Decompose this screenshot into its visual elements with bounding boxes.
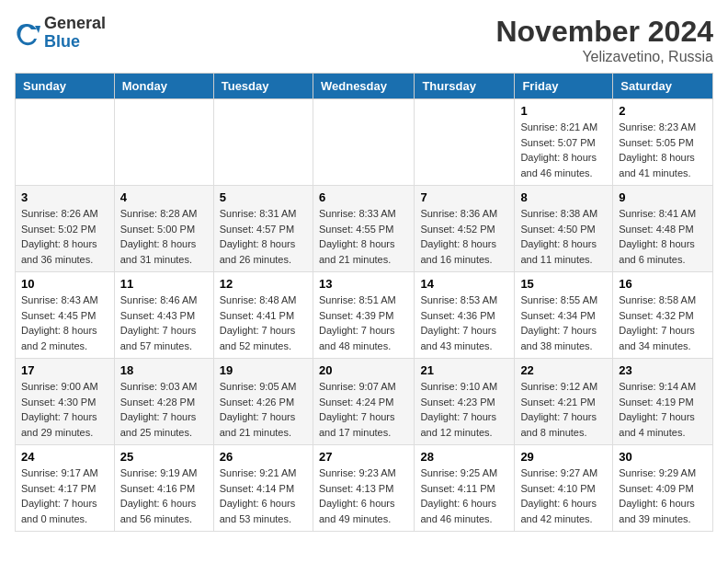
day-number: 9 [619, 190, 707, 204]
day-number: 17 [21, 363, 108, 377]
day-number: 18 [120, 363, 208, 377]
day-info: Sunrise: 8:21 AMSunset: 5:07 PMDaylight:… [520, 120, 607, 180]
day-number: 20 [319, 363, 408, 377]
day-number: 13 [319, 277, 408, 291]
day-number: 2 [619, 104, 707, 118]
calendar-cell: 18Sunrise: 9:03 AMSunset: 4:28 PMDayligh… [114, 359, 213, 445]
calendar-week-row: 10Sunrise: 8:43 AMSunset: 4:45 PMDayligh… [16, 272, 713, 359]
day-info: Sunrise: 9:29 AMSunset: 4:09 PMDaylight:… [619, 465, 707, 526]
day-number: 19 [220, 363, 307, 377]
calendar-cell: 10Sunrise: 8:43 AMSunset: 4:45 PMDayligh… [16, 272, 115, 359]
calendar-cell: 23Sunrise: 9:14 AMSunset: 4:19 PMDayligh… [613, 359, 713, 445]
day-number: 6 [319, 190, 408, 204]
month-title: November 2024 [495, 15, 713, 49]
calendar-day-header: Monday [114, 74, 213, 99]
calendar-cell [114, 99, 213, 186]
calendar-cell: 4Sunrise: 8:28 AMSunset: 5:00 PMDaylight… [114, 186, 213, 272]
day-info: Sunrise: 9:23 AMSunset: 4:13 PMDaylight:… [319, 465, 408, 526]
day-info: Sunrise: 8:26 AMSunset: 5:02 PMDaylight:… [21, 206, 108, 267]
calendar-cell: 3Sunrise: 8:26 AMSunset: 5:02 PMDaylight… [16, 186, 115, 272]
day-number: 23 [619, 363, 707, 377]
day-info: Sunrise: 8:36 AMSunset: 4:52 PMDaylight:… [420, 206, 508, 267]
calendar-cell: 5Sunrise: 8:31 AMSunset: 4:57 PMDaylight… [213, 186, 313, 272]
day-info: Sunrise: 8:55 AMSunset: 4:34 PMDaylight:… [520, 293, 607, 353]
day-number: 25 [120, 450, 208, 464]
day-number: 29 [520, 450, 607, 464]
day-number: 26 [220, 450, 307, 464]
day-number: 16 [619, 277, 707, 291]
day-info: Sunrise: 8:38 AMSunset: 4:50 PMDaylight:… [520, 206, 607, 267]
day-number: 11 [120, 277, 208, 291]
calendar-cell [313, 99, 414, 186]
calendar-cell: 6Sunrise: 8:33 AMSunset: 4:55 PMDaylight… [313, 186, 414, 272]
calendar-cell: 28Sunrise: 9:25 AMSunset: 4:11 PMDayligh… [415, 445, 515, 532]
day-number: 10 [21, 277, 108, 291]
logo: General Blue [15, 15, 106, 52]
day-number: 7 [420, 190, 508, 204]
day-info: Sunrise: 9:00 AMSunset: 4:30 PMDaylight:… [21, 379, 108, 440]
logo-blue-text: Blue [44, 33, 106, 52]
day-number: 3 [21, 190, 108, 204]
calendar-table: SundayMondayTuesdayWednesdayThursdayFrid… [15, 73, 713, 532]
day-number: 21 [420, 363, 508, 377]
calendar-cell: 21Sunrise: 9:10 AMSunset: 4:23 PMDayligh… [415, 359, 515, 445]
calendar-cell: 13Sunrise: 8:51 AMSunset: 4:39 PMDayligh… [313, 272, 414, 359]
calendar-cell: 12Sunrise: 8:48 AMSunset: 4:41 PMDayligh… [213, 272, 313, 359]
day-info: Sunrise: 8:51 AMSunset: 4:39 PMDaylight:… [319, 293, 408, 353]
day-info: Sunrise: 9:12 AMSunset: 4:21 PMDaylight:… [520, 379, 607, 440]
calendar-cell: 2Sunrise: 8:23 AMSunset: 5:05 PMDaylight… [613, 99, 713, 186]
calendar-day-header: Sunday [16, 74, 115, 99]
day-info: Sunrise: 9:10 AMSunset: 4:23 PMDaylight:… [420, 379, 508, 440]
calendar-cell: 7Sunrise: 8:36 AMSunset: 4:52 PMDaylight… [415, 186, 515, 272]
day-info: Sunrise: 9:03 AMSunset: 4:28 PMDaylight:… [120, 379, 208, 440]
calendar-week-row: 24Sunrise: 9:17 AMSunset: 4:17 PMDayligh… [16, 445, 713, 532]
calendar-cell: 11Sunrise: 8:46 AMSunset: 4:43 PMDayligh… [114, 272, 213, 359]
day-info: Sunrise: 9:14 AMSunset: 4:19 PMDaylight:… [619, 379, 707, 440]
day-info: Sunrise: 9:05 AMSunset: 4:26 PMDaylight:… [220, 379, 307, 440]
day-number: 1 [520, 104, 607, 118]
calendar-cell: 20Sunrise: 9:07 AMSunset: 4:24 PMDayligh… [313, 359, 414, 445]
day-info: Sunrise: 8:31 AMSunset: 4:57 PMDaylight:… [220, 206, 307, 267]
day-number: 8 [520, 190, 607, 204]
calendar-day-header: Tuesday [213, 74, 313, 99]
day-info: Sunrise: 8:58 AMSunset: 4:32 PMDaylight:… [619, 293, 707, 353]
day-number: 14 [420, 277, 508, 291]
day-info: Sunrise: 8:46 AMSunset: 4:43 PMDaylight:… [120, 293, 208, 353]
logo-general-text: General [44, 15, 106, 33]
calendar-cell: 19Sunrise: 9:05 AMSunset: 4:26 PMDayligh… [213, 359, 313, 445]
calendar-day-header: Wednesday [313, 74, 414, 99]
location: Yelizavetino, Russia [495, 49, 713, 65]
calendar-week-row: 3Sunrise: 8:26 AMSunset: 5:02 PMDaylight… [16, 186, 713, 272]
day-info: Sunrise: 8:28 AMSunset: 5:00 PMDaylight:… [120, 206, 208, 267]
day-info: Sunrise: 8:43 AMSunset: 4:45 PMDaylight:… [21, 293, 108, 353]
day-info: Sunrise: 9:19 AMSunset: 4:16 PMDaylight:… [120, 465, 208, 526]
calendar-cell: 29Sunrise: 9:27 AMSunset: 4:10 PMDayligh… [515, 445, 613, 532]
day-number: 28 [420, 450, 508, 464]
calendar-cell: 14Sunrise: 8:53 AMSunset: 4:36 PMDayligh… [415, 272, 515, 359]
calendar-week-row: 1Sunrise: 8:21 AMSunset: 5:07 PMDaylight… [16, 99, 713, 186]
day-info: Sunrise: 8:48 AMSunset: 4:41 PMDaylight:… [220, 293, 307, 353]
calendar-cell: 9Sunrise: 8:41 AMSunset: 4:48 PMDaylight… [613, 186, 713, 272]
calendar-cell: 1Sunrise: 8:21 AMSunset: 5:07 PMDaylight… [515, 99, 613, 186]
calendar-day-header: Thursday [415, 74, 515, 99]
calendar-cell: 16Sunrise: 8:58 AMSunset: 4:32 PMDayligh… [613, 272, 713, 359]
page-header: General Blue November 2024 Yelizavetino,… [15, 15, 713, 65]
day-number: 24 [21, 450, 108, 464]
day-info: Sunrise: 9:07 AMSunset: 4:24 PMDaylight:… [319, 379, 408, 440]
calendar-cell: 22Sunrise: 9:12 AMSunset: 4:21 PMDayligh… [515, 359, 613, 445]
day-number: 5 [220, 190, 307, 204]
calendar-day-header: Friday [515, 74, 613, 99]
calendar-cell [16, 99, 115, 186]
day-info: Sunrise: 9:27 AMSunset: 4:10 PMDaylight:… [520, 465, 607, 526]
calendar-cell: 26Sunrise: 9:21 AMSunset: 4:14 PMDayligh… [213, 445, 313, 532]
day-number: 15 [520, 277, 607, 291]
calendar-cell: 15Sunrise: 8:55 AMSunset: 4:34 PMDayligh… [515, 272, 613, 359]
calendar-cell: 25Sunrise: 9:19 AMSunset: 4:16 PMDayligh… [114, 445, 213, 532]
calendar-week-row: 17Sunrise: 9:00 AMSunset: 4:30 PMDayligh… [16, 359, 713, 445]
calendar-cell: 17Sunrise: 9:00 AMSunset: 4:30 PMDayligh… [16, 359, 115, 445]
title-area: November 2024 Yelizavetino, Russia [495, 15, 713, 65]
calendar-cell: 8Sunrise: 8:38 AMSunset: 4:50 PMDaylight… [515, 186, 613, 272]
day-number: 4 [120, 190, 208, 204]
calendar-header-row: SundayMondayTuesdayWednesdayThursdayFrid… [16, 74, 713, 99]
calendar-day-header: Saturday [613, 74, 713, 99]
